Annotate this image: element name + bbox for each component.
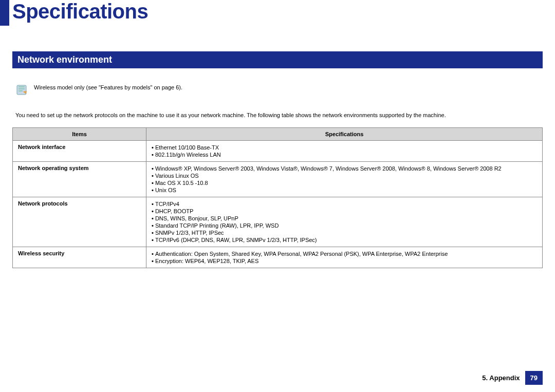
section-header: Network environment <box>12 51 543 68</box>
spec-value: Ethernet 10/100 Base-TX <box>152 144 537 151</box>
footer: 5. Appendix 79 <box>482 371 543 385</box>
spec-value: Mac OS X 10.5 -10.8 <box>152 179 537 186</box>
spec-value: Authentication: Open System, Shared Key,… <box>152 250 537 257</box>
spec-value: SNMPv 1/2/3, HTTP, IPSec <box>152 229 537 236</box>
page-number: 79 <box>525 371 543 385</box>
item-cell: Network operating system <box>13 162 146 197</box>
table-row: Network protocols TCP/IPv4 DHCP, BOOTP D… <box>13 197 543 247</box>
table-row: Network interface Ethernet 10/100 Base-T… <box>13 141 543 162</box>
side-accent-bar <box>0 0 9 26</box>
spec-cell: Authentication: Open System, Shared Key,… <box>146 247 543 268</box>
table-header-row: Items Specifications <box>13 128 543 141</box>
spec-value: DHCP, BOOTP <box>152 208 537 215</box>
intro-text: You need to set up the network protocols… <box>12 111 543 119</box>
spec-value: TCP/IPv6 (DHCP, DNS, RAW, LPR, SNMPv 1/2… <box>152 236 537 244</box>
item-cell: Wireless security <box>13 247 146 268</box>
page-title: Specifications <box>12 0 148 23</box>
spec-cell: TCP/IPv4 DHCP, BOOTP DNS, WINS, Bonjour,… <box>146 197 543 247</box>
table-row: Wireless security Authentication: Open S… <box>13 247 543 268</box>
note-row: Wireless model only (see "Features by mo… <box>12 84 543 96</box>
spec-value: Various Linux OS <box>152 172 537 179</box>
spec-cell: Ethernet 10/100 Base-TX 802.11b/g/n Wire… <box>146 141 543 162</box>
spec-value: Windows® XP, Windows Server® 2003, Windo… <box>152 165 537 172</box>
spec-cell: Windows® XP, Windows Server® 2003, Windo… <box>146 162 543 197</box>
footer-label: 5. Appendix <box>482 374 520 382</box>
spec-value: Unix OS <box>152 186 537 194</box>
item-cell: Network protocols <box>13 197 146 247</box>
item-cell: Network interface <box>13 141 146 162</box>
header-specs: Specifications <box>146 128 543 141</box>
spec-value: DNS, WINS, Bonjour, SLP, UPnP <box>152 215 537 222</box>
specifications-table: Items Specifications Network interface E… <box>12 127 543 268</box>
note-text: Wireless model only (see "Features by mo… <box>34 84 543 91</box>
spec-value: TCP/IPv4 <box>152 200 537 208</box>
spec-value: 802.11b/g/n Wireless LAN <box>152 151 537 158</box>
table-row: Network operating system Windows® XP, Wi… <box>13 162 543 197</box>
note-icon <box>15 84 28 96</box>
spec-value: Standard TCP/IP Printing (RAW), LPR, IPP… <box>152 222 537 229</box>
header-items: Items <box>13 128 146 141</box>
spec-value: Encryption: WEP64, WEP128, TKIP, AES <box>152 257 537 265</box>
content-area: Network environment Wireless model only … <box>12 51 543 268</box>
